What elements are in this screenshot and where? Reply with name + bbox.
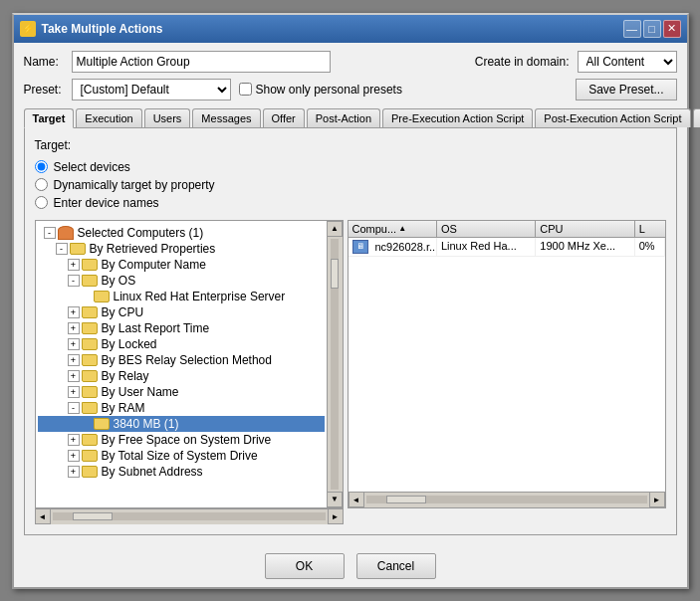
tab-users[interactable]: Users: [144, 108, 191, 127]
tree-root[interactable]: - Selected Computers (1): [38, 225, 325, 241]
tree-total-size[interactable]: + By Total Size of System Drive: [38, 448, 325, 464]
left-hscrollbar[interactable]: ◄ ►: [35, 508, 344, 524]
tree-relay[interactable]: + By Relay: [38, 368, 325, 384]
tree-vscrollbar[interactable]: ▲ ▼: [327, 221, 343, 507]
tab-messages[interactable]: Messages: [192, 108, 260, 127]
right-hscroll-right[interactable]: ►: [649, 492, 665, 507]
tree-bes-relay[interactable]: + By BES Relay Selection Method: [38, 352, 325, 368]
tab-execution[interactable]: Execution: [76, 108, 141, 127]
tree-total-size-label: By Total Size of System Drive: [102, 449, 258, 463]
radio-enter-names[interactable]: Enter device names: [35, 196, 666, 210]
tab-offer[interactable]: Offer: [263, 108, 305, 127]
expand-comp-name[interactable]: +: [68, 259, 80, 271]
dialog-content: Name: Create in domain: All Content Pres…: [14, 43, 687, 543]
folder-icon-last-report: [82, 322, 98, 334]
tree-locked-label: By Locked: [102, 337, 157, 351]
title-bar: ⚡ Take Multiple Actions — □ ✕: [14, 15, 687, 43]
tree-by-os[interactable]: - By OS: [38, 273, 325, 289]
td-cpu: 1900 MHz Xe...: [536, 238, 634, 256]
radio-enter-names-input[interactable]: [35, 196, 48, 209]
expand-cpu[interactable]: +: [68, 306, 80, 318]
table-scroll[interactable]: 🖥 nc926028.r... Linux Red Ha... 1900 MHz…: [349, 238, 665, 492]
right-hscroll-track[interactable]: [366, 496, 647, 503]
expand-ram[interactable]: -: [68, 402, 80, 414]
tree-user-name-label: By User Name: [102, 385, 179, 399]
main-window: ⚡ Take Multiple Actions — □ ✕ Name: Crea…: [12, 13, 689, 589]
folder-icon-cpu: [82, 306, 98, 318]
expand-last-report[interactable]: +: [68, 322, 80, 334]
expand-subnet[interactable]: +: [68, 466, 80, 478]
folder-icon-free-space: [82, 434, 98, 446]
tab-post-action[interactable]: Post-Action: [307, 108, 380, 127]
tree-scroll[interactable]: - Selected Computers (1) - By Retrieved …: [36, 221, 327, 507]
tree-subnet[interactable]: + By Subnet Address: [38, 464, 325, 480]
left-hscroll-thumb[interactable]: [73, 512, 113, 520]
tab-post-exec-script[interactable]: Post-Execution Action Script: [535, 108, 690, 127]
tree-vscroll-thumb[interactable]: [331, 259, 339, 289]
tree-by-ram[interactable]: - By RAM: [38, 400, 325, 416]
name-input[interactable]: [72, 51, 331, 73]
left-hscroll-right[interactable]: ►: [328, 508, 344, 524]
right-hscroll-thumb[interactable]: [386, 496, 426, 503]
radio-dynamic-target-input[interactable]: [35, 178, 48, 191]
folder-icon-total-size: [82, 450, 98, 462]
tree-last-report-label: By Last Report Time: [102, 321, 210, 335]
close-button[interactable]: ✕: [663, 20, 681, 38]
expand-total-size[interactable]: +: [68, 450, 80, 462]
left-hscroll-left[interactable]: ◄: [35, 508, 51, 524]
tree-user-name[interactable]: + By User Name: [38, 384, 325, 400]
expand-relay[interactable]: +: [68, 370, 80, 382]
show-personal-label[interactable]: Show only personal presets: [239, 83, 402, 97]
folder-icon-retrieved: [70, 243, 86, 255]
tree-linux-rh[interactable]: Linux Red Hat Enterprise Server: [38, 289, 325, 304]
right-hscroll-left[interactable]: ◄: [349, 492, 364, 507]
right-hscrollbar[interactable]: ◄ ►: [349, 492, 665, 507]
th-os[interactable]: OS: [437, 221, 536, 237]
domain-label: Create in domain:: [475, 55, 570, 69]
expand-retrieved[interactable]: -: [56, 243, 68, 255]
domain-select[interactable]: All Content: [578, 51, 677, 73]
tree-free-space[interactable]: + By Free Space on System Drive: [38, 432, 325, 448]
tree-locked[interactable]: + By Locked: [38, 336, 325, 352]
tab-pre-exec-script[interactable]: Pre-Execution Action Script: [382, 108, 533, 127]
tab-target[interactable]: Target: [24, 108, 75, 128]
th-cpu[interactable]: CPU: [536, 221, 634, 237]
maximize-button[interactable]: □: [643, 20, 661, 38]
folder-icon-os: [82, 275, 98, 287]
tree-container: - Selected Computers (1) - By Retrieved …: [36, 221, 327, 484]
tree-cpu[interactable]: + By CPU: [38, 304, 325, 320]
tree-last-report[interactable]: + By Last Report Time: [38, 320, 325, 336]
radio-select-devices-input[interactable]: [35, 160, 48, 173]
tab-applicability[interactable]: Applicability: [693, 108, 701, 127]
expand-free-space[interactable]: +: [68, 434, 80, 446]
left-hscroll-track[interactable]: [53, 512, 326, 520]
tree-vscroll-track[interactable]: [331, 239, 339, 490]
left-hscroll-container: ◄ ►: [35, 508, 666, 524]
cancel-button[interactable]: Cancel: [356, 553, 436, 579]
expand-bes-relay[interactable]: +: [68, 354, 80, 366]
panels-row: - Selected Computers (1) - By Retrieved …: [35, 220, 666, 508]
tree-computer-name[interactable]: + By Computer Name: [38, 257, 325, 273]
show-personal-checkbox[interactable]: [239, 83, 252, 96]
radio-select-devices[interactable]: Select devices: [35, 160, 666, 174]
expand-locked[interactable]: +: [68, 338, 80, 350]
tree-vscroll-down[interactable]: ▼: [327, 492, 343, 507]
minimize-button[interactable]: —: [623, 20, 641, 38]
expand-os[interactable]: -: [68, 275, 80, 287]
table-row[interactable]: 🖥 nc926028.r... Linux Red Ha... 1900 MHz…: [349, 238, 665, 257]
folder-icon-subnet: [82, 466, 98, 478]
tree-3840mb[interactable]: 3840 MB (1): [38, 416, 325, 432]
td-computer: 🖥 nc926028.r...: [349, 238, 437, 256]
tree-relay-label: By Relay: [102, 369, 149, 383]
radio-dynamic-target[interactable]: Dynamically target by property: [35, 178, 666, 192]
tree-retrieved-props[interactable]: - By Retrieved Properties: [38, 241, 325, 257]
th-l[interactable]: L: [635, 221, 665, 237]
preset-select[interactable]: [Custom] Default: [72, 79, 231, 100]
right-table-panel: Compu... ▲ OS CPU L: [348, 220, 666, 508]
tree-vscroll-up[interactable]: ▲: [327, 221, 343, 237]
th-computer[interactable]: Compu... ▲: [349, 221, 437, 237]
ok-button[interactable]: OK: [265, 553, 345, 579]
expand-root[interactable]: -: [44, 227, 56, 239]
expand-user-name[interactable]: +: [68, 386, 80, 398]
save-preset-button[interactable]: Save Preset...: [576, 79, 676, 100]
